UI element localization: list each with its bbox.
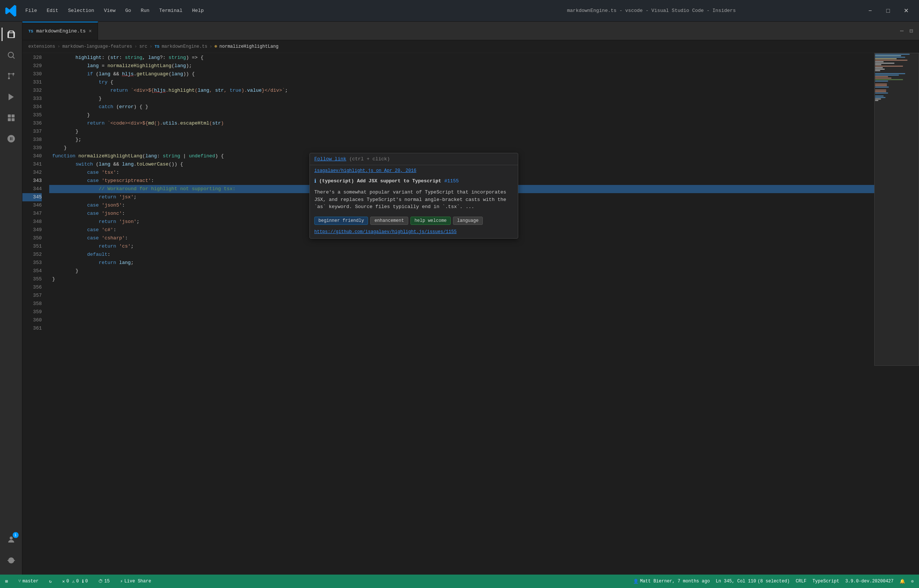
split-editor-icon[interactable]: ⋯ xyxy=(898,26,905,36)
breadcrumb-part-1[interactable]: extensions xyxy=(28,44,55,49)
ctrl-click-hint: (ctrl + click) xyxy=(349,156,390,162)
code-line-333: } xyxy=(49,95,874,103)
breadcrumb-part-4[interactable]: markdownEngine.ts xyxy=(162,44,207,49)
svg-rect-8 xyxy=(8,118,11,121)
status-sync[interactable]: ↻ xyxy=(47,575,54,588)
code-editor: 328329330331 332333334335 336337338339 3… xyxy=(23,53,919,575)
svg-marker-5 xyxy=(8,94,14,100)
minimize-button[interactable]: − xyxy=(862,4,879,18)
sidebar-item-account[interactable]: 1 xyxy=(2,530,21,549)
selection-text: (8 selected) xyxy=(757,579,790,584)
status-timer[interactable]: ⏱ 15 xyxy=(96,575,112,588)
code-line-331: try { xyxy=(49,78,874,87)
vscode-logo xyxy=(5,4,18,18)
line-numbers: 328329330331 332333334335 336337338339 3… xyxy=(23,53,49,575)
hover-popup-title: ℹ (typescript) Add JSX support to Typesc… xyxy=(310,176,518,187)
svg-point-2 xyxy=(8,73,10,75)
sidebar-item-settings[interactable] xyxy=(2,551,21,570)
breadcrumb-part-2[interactable]: markdown-language-features xyxy=(62,44,132,49)
breadcrumb-part-3[interactable]: src xyxy=(139,44,148,49)
close-button[interactable]: ✕ xyxy=(897,4,914,18)
code-line-328: highlight: (str: string, lang?: string) … xyxy=(49,54,874,62)
code-line-337: } xyxy=(49,128,874,136)
popup-title-text: (typescript) Add JSX support to Typescri… xyxy=(319,178,441,184)
code-line-338: }; xyxy=(49,136,874,144)
language-text: TypeScript xyxy=(812,579,839,584)
title-bar: File Edit Selection View Go Run Terminal… xyxy=(0,0,919,22)
menu-view[interactable]: View xyxy=(100,6,120,15)
sidebar-item-search[interactable] xyxy=(2,45,21,65)
sidebar-item-extensions[interactable] xyxy=(2,108,21,128)
maximize-button[interactable]: □ xyxy=(879,4,896,18)
breadcrumb: extensions › markdown-language-features … xyxy=(23,40,919,53)
svg-rect-7 xyxy=(11,115,15,118)
status-encoding[interactable]: CRLF xyxy=(793,579,809,584)
breadcrumb-part-5[interactable]: normalizeHighlightLang xyxy=(220,44,278,49)
encoding-text: CRLF xyxy=(796,579,806,584)
status-position[interactable]: Ln 345, Col 110 (8 selected) xyxy=(714,579,792,584)
repo-link[interactable]: isagalaev/highlight.js on Apr 20, 2016 xyxy=(314,168,417,173)
status-branch[interactable]: ⑂ master xyxy=(16,575,40,588)
liveshare-icon: ⚡ xyxy=(120,579,123,584)
hover-popup-tags: beginner friendly enhancement help welco… xyxy=(310,215,518,227)
menu-terminal[interactable]: Terminal xyxy=(155,6,187,15)
sidebar-item-debug[interactable] xyxy=(2,87,21,107)
follow-link-text[interactable]: Follow link xyxy=(314,156,346,162)
status-notification[interactable]: ⊙ xyxy=(909,579,916,584)
hover-popup-meta: isagalaev/highlight.js on Apr 20, 2016 xyxy=(310,165,518,176)
tab-bar-actions: ⋯ ⊟ xyxy=(898,26,919,36)
menu-selection[interactable]: Selection xyxy=(63,6,99,15)
remote-icon: ⊞ xyxy=(5,579,8,584)
hover-popup-body: There's a somewhat popular variant of Ty… xyxy=(310,187,518,215)
notification-icon: ⊙ xyxy=(911,579,914,584)
breadcrumb-fn-icon: ⊛ xyxy=(214,44,217,49)
status-bar: ⊞ ⑂ master ↻ ✕ 0 ⚠ 0 ℹ 0 ⏱ 15 ⚡ Live Sha… xyxy=(0,575,919,588)
tag-help-welcome: help welcome xyxy=(410,216,451,225)
code-line-335: } xyxy=(49,111,874,119)
clock-icon: ⏱ xyxy=(99,579,103,584)
position-text: Ln 345, Col 110 xyxy=(716,579,756,584)
status-language[interactable]: TypeScript xyxy=(810,579,841,584)
sidebar-item-remote[interactable] xyxy=(2,129,21,149)
status-errors[interactable]: ✕ 0 ⚠ 0 ℹ 0 xyxy=(60,575,90,588)
branch-name: master xyxy=(23,579,39,584)
tab-close-button[interactable]: × xyxy=(89,29,92,34)
status-bar-right: 👤 Matt Bierner, 7 months ago Ln 345, Col… xyxy=(631,579,916,584)
sidebar-item-source-control[interactable] xyxy=(2,66,21,86)
hover-popup-link[interactable]: https://github.com/isagalaev/highlight.j… xyxy=(310,227,518,238)
issue-link[interactable]: #1155 xyxy=(444,178,459,184)
code-line-330: if (lang && hljs.getLanguage(lang)) { xyxy=(49,70,874,78)
hover-popup-follow-link: Follow link (ctrl + click) xyxy=(310,153,518,165)
issue-url[interactable]: https://github.com/isagalaev/highlight.j… xyxy=(314,229,457,234)
menu-run[interactable]: Run xyxy=(136,6,153,15)
menu-file[interactable]: File xyxy=(21,6,41,15)
code-content[interactable]: highlight: (str: string, lang?: string) … xyxy=(49,53,874,575)
svg-rect-6 xyxy=(8,115,11,118)
activity-bar-bottom: 1 xyxy=(2,530,21,575)
menu-bar: File Edit Selection View Go Run Terminal… xyxy=(21,6,441,15)
editor-tab-markdownengine[interactable]: TS markdownEngine.ts × xyxy=(23,22,98,40)
sync-icon: ↻ xyxy=(49,579,52,584)
code-line-357: return lang; xyxy=(49,259,874,267)
status-user[interactable]: 👤 Matt Bierner, 7 months ago xyxy=(631,579,712,584)
user-icon: 👤 xyxy=(633,579,639,584)
info-icon: ℹ xyxy=(314,178,316,184)
svg-point-10 xyxy=(10,536,13,540)
toggle-layout-icon[interactable]: ⊟ xyxy=(908,26,914,36)
svg-point-3 xyxy=(8,78,10,79)
minimap xyxy=(874,53,919,575)
menu-edit[interactable]: Edit xyxy=(42,6,63,15)
svg-line-1 xyxy=(13,57,15,59)
branch-icon: ⑂ xyxy=(18,579,21,584)
status-bell[interactable]: 🔔 xyxy=(897,579,908,584)
sidebar-item-explorer[interactable] xyxy=(2,24,21,44)
menu-help[interactable]: Help xyxy=(187,6,208,15)
activity-bar: 1 xyxy=(0,22,23,575)
menu-go[interactable]: Go xyxy=(121,6,136,15)
status-liveshare[interactable]: ⚡ Live Share xyxy=(118,575,153,588)
status-version[interactable]: 3.9.0-dev.20200427 xyxy=(843,579,896,584)
status-remote[interactable]: ⊞ xyxy=(3,575,10,588)
hover-popup: Follow link (ctrl + click) isagalaev/hig… xyxy=(309,153,518,239)
svg-rect-9 xyxy=(11,118,15,121)
tag-language: language xyxy=(453,216,483,225)
